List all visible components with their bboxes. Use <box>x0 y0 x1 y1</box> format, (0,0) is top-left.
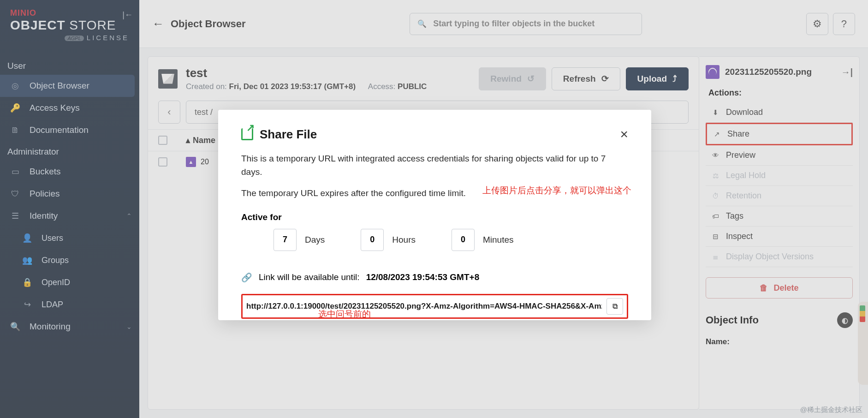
days-label: Days <box>305 235 325 245</box>
minutes-label: Minutes <box>483 235 514 245</box>
link-expiry-row: 🔗 Link will be available until: 12/08/20… <box>241 272 628 283</box>
minutes-input[interactable] <box>452 229 475 251</box>
share-url-box: http://127.0.0.1:19000/test/202311252055… <box>241 294 628 319</box>
annotation-2: 选中问号前的 <box>318 308 371 320</box>
modal-close-button[interactable]: × <box>620 126 628 142</box>
watermark: @稀土掘金技术社区 <box>800 406 862 414</box>
modal-title: Share File <box>260 127 317 142</box>
hours-label: Hours <box>392 235 416 245</box>
active-for-label: Active for <box>241 212 628 222</box>
modal-header: Share File × <box>241 126 628 142</box>
hours-input[interactable] <box>361 229 384 251</box>
share-icon <box>241 128 253 140</box>
share-file-modal: Share File × This is a temporary URL wit… <box>218 110 651 320</box>
duration-inputs: Days Hours Minutes <box>241 229 628 251</box>
link-expiry-value: 12/08/2023 19:54:53 GMT+8 <box>366 272 480 282</box>
copy-icon: ⧉ <box>612 302 618 311</box>
days-input[interactable] <box>273 229 297 251</box>
annotation-1: 上传图片后点击分享，就可以弹出这个 <box>482 185 631 197</box>
copy-url-button[interactable]: ⧉ <box>606 298 623 315</box>
share-url-text[interactable]: http://127.0.0.1:19000/test/202311252055… <box>246 302 602 311</box>
modal-description-1: This is a temporary URL with integrated … <box>241 152 628 179</box>
link-icon: 🔗 <box>241 272 252 283</box>
